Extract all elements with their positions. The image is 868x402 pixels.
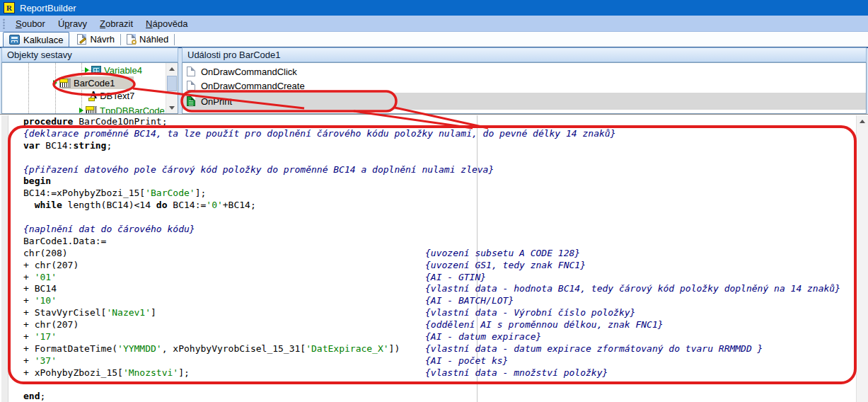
tab-kalkulace[interactable]: Kalkulace bbox=[3, 32, 69, 47]
code-line: while length(BC14)<14 do BC14:='0'+BC14; bbox=[23, 200, 615, 212]
code-line: BC14:=xPohybyZbozi_15['BarCode']; bbox=[23, 188, 615, 200]
arrow-up-icon bbox=[860, 120, 865, 123]
report-objects-tree[interactable]: Variable4 BarCode1 A DBText7 TppDBBarCod… bbox=[1, 62, 178, 114]
code-line: end; bbox=[23, 391, 615, 402]
editor-gutter bbox=[1, 115, 8, 402]
code-line: chr(208){uvození subsetu A CODE 128} bbox=[23, 248, 615, 260]
tree-item-label: Variable4 bbox=[104, 65, 142, 76]
inline-comment: {vlastní data - Výrobní číslo položky} bbox=[425, 307, 635, 319]
scroll-up-button[interactable] bbox=[857, 115, 868, 127]
event-label: OnDrawCommandCreate bbox=[201, 81, 305, 91]
code-line: + FormatDateTime('YYMMDD', xPohybyVyrobC… bbox=[23, 343, 615, 355]
tab-navrh[interactable]: Návrh bbox=[71, 32, 120, 47]
code-line: {přiřazení datového pole čárový kód polo… bbox=[23, 164, 615, 176]
scrollbar-thumb[interactable] bbox=[167, 76, 177, 91]
inline-comment: {AI - datum expirace} bbox=[425, 331, 541, 343]
code-line: + BC14{vlastní data - hodnota BC14, tedy… bbox=[23, 283, 615, 295]
arrow-up-icon bbox=[169, 67, 175, 71]
code-line: + chr(207){uvození GS1, tedy znak FNC1} bbox=[23, 260, 615, 272]
inline-comment: {uvození subsetu A CODE 128} bbox=[425, 248, 580, 260]
tree-scrollbar[interactable] bbox=[166, 63, 178, 113]
code-line: var BC14:string; bbox=[23, 140, 615, 152]
toolbar-grip-icon[interactable] bbox=[3, 18, 5, 29]
inline-comment: {AI - BATCH/LOT} bbox=[425, 295, 514, 307]
menu-zobrazit[interactable]: Zobrazit bbox=[93, 17, 139, 30]
window-title: ReportBuilder bbox=[20, 3, 76, 13]
menu-bar: Soubor Úpravy Zobrazit Nápověda bbox=[0, 16, 868, 32]
code-editor[interactable]: procedure BarCode1OnPrint;{deklarace pro… bbox=[0, 114, 868, 402]
title-bar[interactable]: R ReportBuilder bbox=[0, 0, 868, 16]
code-line: BarCode1.Data:= bbox=[23, 236, 615, 248]
code-line: + xPohybyZbozi_15['Mnozstvi'];{vlastní d… bbox=[23, 367, 615, 379]
inline-comment: {uvození GS1, tedy znak FNC1} bbox=[425, 260, 586, 272]
right-panel-title: Události pro BarCode1 bbox=[187, 50, 281, 60]
inline-comment: {vlastní data - hodnota BC14, tedy čárov… bbox=[425, 283, 840, 295]
events-list[interactable]: OnDrawCommandClick OnDrawCommandCreate O… bbox=[182, 62, 867, 114]
tree-item-barcode1[interactable]: BarCode1 bbox=[53, 76, 115, 89]
inline-comment: {AI - počet ks} bbox=[425, 355, 508, 367]
code-line: + '01'{AI - GTIN} bbox=[23, 272, 615, 284]
tree-guide-line bbox=[81, 95, 90, 96]
view-tab-bar: Kalkulace Návrh Náhled bbox=[0, 32, 868, 48]
code-line bbox=[23, 379, 615, 391]
calculator-icon bbox=[9, 35, 20, 45]
event-marker-arrow-icon bbox=[53, 80, 57, 86]
left-panel-header: Objekty sestavy bbox=[1, 47, 178, 62]
left-panel-title: Objekty sestavy bbox=[7, 50, 72, 60]
tab-separator bbox=[174, 34, 175, 45]
code-line: + chr(207){oddělení AI s proměnnou délko… bbox=[23, 319, 615, 331]
scroll-up-button[interactable] bbox=[166, 63, 178, 74]
event-marker-arrow-icon bbox=[85, 67, 89, 73]
inline-comment: {oddělení AI s proměnnou délkou, znak FN… bbox=[425, 319, 664, 331]
menu-upravy[interactable]: Úpravy bbox=[52, 17, 93, 30]
tree-item-label: DBText7 bbox=[100, 91, 134, 101]
inline-comment: {vlastní data - množství položky} bbox=[425, 367, 608, 379]
barcode-icon bbox=[59, 79, 71, 88]
tree-item-tppdbbarcode1[interactable]: TppDBBarCode1 bbox=[79, 104, 170, 114]
code-line: + '17'{AI - datum expirace} bbox=[23, 331, 615, 343]
code-line: + '10'{AI - BATCH/LOT} bbox=[23, 295, 615, 307]
code-line: procedure BarCode1OnPrint; bbox=[23, 116, 615, 128]
page-icon bbox=[187, 67, 195, 76]
event-label: OnDrawCommandClick bbox=[201, 67, 297, 77]
event-ondrawcommandcreate[interactable]: OnDrawCommandCreate bbox=[183, 79, 866, 93]
text-object-icon: A bbox=[90, 91, 97, 100]
tree-item-label: TppDBBarCode1 bbox=[100, 105, 170, 115]
event-ondrawcommandclick[interactable]: OnDrawCommandClick bbox=[183, 64, 866, 79]
barcode-icon bbox=[86, 106, 97, 115]
menu-napoveda[interactable]: Nápověda bbox=[139, 17, 194, 30]
code-line: + '37'{AI - počet ks} bbox=[23, 355, 615, 367]
event-marker-arrow-icon bbox=[79, 108, 83, 113]
page-icon bbox=[187, 81, 195, 91]
menu-soubor[interactable]: Soubor bbox=[9, 17, 52, 30]
green-page-icon bbox=[187, 96, 195, 106]
scroll-down-button[interactable] bbox=[166, 102, 178, 113]
event-onprint[interactable]: OnPrint bbox=[183, 93, 866, 110]
code-line bbox=[23, 212, 615, 224]
code-line: {deklarace proměnné BC14, ta lze použít … bbox=[23, 128, 615, 140]
preview-icon bbox=[127, 34, 136, 45]
code-line: + StavVyrCisel['Nazev1']{vlastní data - … bbox=[23, 307, 615, 319]
code-line: begin bbox=[23, 176, 615, 188]
variable-icon bbox=[91, 66, 101, 74]
design-icon bbox=[77, 34, 86, 45]
right-panel-header: Události pro BarCode1 bbox=[182, 47, 867, 62]
tree-item-variable4[interactable]: Variable4 bbox=[85, 64, 142, 76]
tree-item-dbtext7[interactable]: A DBText7 bbox=[90, 89, 134, 102]
tab-nahled[interactable]: Náhled bbox=[121, 32, 174, 47]
inline-comment: {vlastní data - datum expirace zformátov… bbox=[425, 343, 763, 355]
tree-item-label: BarCode1 bbox=[74, 78, 115, 88]
inline-comment: {AI - GTIN} bbox=[425, 272, 486, 284]
code-line: {naplnění dat do čárového kódu} bbox=[23, 224, 615, 236]
arrow-down-icon bbox=[169, 106, 175, 110]
reportbuilder-logo-icon[interactable]: R bbox=[4, 2, 15, 13]
code-line bbox=[23, 152, 615, 164]
code-content: procedure BarCode1OnPrint;{deklarace pro… bbox=[23, 116, 615, 402]
tree-guide-line bbox=[28, 63, 29, 113]
code-scrollbar[interactable] bbox=[856, 115, 868, 402]
event-label: OnPrint bbox=[201, 96, 232, 107]
